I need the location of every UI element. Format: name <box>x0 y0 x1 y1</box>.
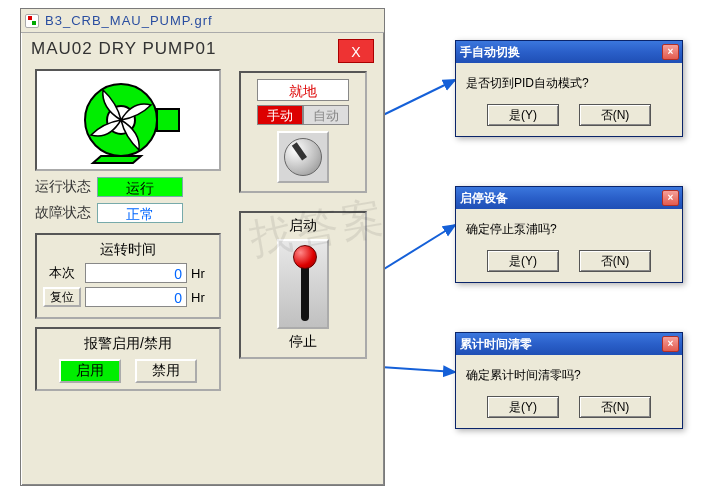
pump-graphic-box <box>35 69 221 171</box>
dialog-titlebar: 累计时间清零 × <box>456 333 682 355</box>
runtime-total-unit: Hr <box>191 290 213 305</box>
runtime-title: 运转时间 <box>43 239 213 263</box>
mode-auto-label: 自动 <box>303 105 349 125</box>
dialog-close-button[interactable]: × <box>662 44 679 60</box>
lever-knob-icon <box>293 245 317 269</box>
dialog-yes-button[interactable]: 是(Y) <box>487 104 559 126</box>
dialog-no-button[interactable]: 否(N) <box>579 250 651 272</box>
fault-status-label: 故障状态 <box>35 204 91 222</box>
dialog-reset-total: 累计时间清零 × 确定累计时间清零吗? 是(Y) 否(N) <box>455 332 683 429</box>
dialog-titlebar: 手自动切换 × <box>456 41 682 63</box>
panel-close-button[interactable]: X <box>338 39 374 63</box>
dialog-start-stop: 启停设备 × 确定停止泵浦吗? 是(Y) 否(N) <box>455 186 683 283</box>
runtime-current-unit: Hr <box>191 266 213 281</box>
pump-icon <box>73 75 183 165</box>
startstop-lever[interactable] <box>277 239 329 329</box>
startstop-group: 启动 停止 <box>239 211 367 359</box>
run-status-value: 运行 <box>97 177 183 197</box>
dialog-title: 启停设备 <box>460 190 508 207</box>
alarm-enable-button[interactable]: 启用 <box>59 359 121 383</box>
start-label: 启动 <box>289 217 317 235</box>
dialog-message: 是否切到PID自动模式? <box>466 75 672 92</box>
mode-location-indicator: 就地 <box>257 79 349 101</box>
dialog-title: 手自动切换 <box>460 44 520 61</box>
dialog-titlebar: 启停设备 × <box>456 187 682 209</box>
hmi-main-window: B3_CRB_MAU_PUMP.grf MAU02 DRY PUMP01 X <box>20 8 385 486</box>
stop-label: 停止 <box>289 333 317 351</box>
rotary-knob-icon <box>284 138 322 176</box>
runtime-group: 运转时间 本次 0 Hr 复位 0 Hr <box>35 233 221 319</box>
dialog-message: 确定累计时间清零吗? <box>466 367 672 384</box>
run-status-label: 运行状态 <box>35 178 91 196</box>
mode-manual-label: 手动 <box>257 105 303 125</box>
runtime-current-label: 本次 <box>43 264 81 282</box>
dialog-yes-button[interactable]: 是(Y) <box>487 396 559 418</box>
dialog-yes-button[interactable]: 是(Y) <box>487 250 559 272</box>
svg-rect-2 <box>157 109 179 131</box>
alarm-title: 报警启用/禁用 <box>43 333 213 359</box>
runtime-total-value: 0 <box>85 287 187 307</box>
mode-group: 就地 手动 自动 <box>239 71 367 193</box>
runtime-reset-button[interactable]: 复位 <box>43 287 81 307</box>
dialog-mode-switch: 手自动切换 × 是否切到PID自动模式? 是(Y) 否(N) <box>455 40 683 137</box>
panel-title: MAU02 DRY PUMP01 <box>31 39 216 59</box>
dialog-close-button[interactable]: × <box>662 190 679 206</box>
mode-rotary-switch[interactable] <box>277 131 329 183</box>
dialog-title: 累计时间清零 <box>460 336 532 353</box>
filename-label: B3_CRB_MAU_PUMP.grf <box>45 13 213 28</box>
fault-status-value: 正常 <box>97 203 183 223</box>
dialog-message: 确定停止泵浦吗? <box>466 221 672 238</box>
app-icon <box>25 14 39 28</box>
alarm-group: 报警启用/禁用 启用 禁用 <box>35 327 221 391</box>
dialog-no-button[interactable]: 否(N) <box>579 104 651 126</box>
dialog-no-button[interactable]: 否(N) <box>579 396 651 418</box>
os-titlebar: B3_CRB_MAU_PUMP.grf <box>21 9 384 33</box>
mode-toggle-row: 手动 自动 <box>257 105 349 125</box>
dialog-close-button[interactable]: × <box>662 336 679 352</box>
runtime-current-value: 0 <box>85 263 187 283</box>
alarm-disable-button[interactable]: 禁用 <box>135 359 197 383</box>
